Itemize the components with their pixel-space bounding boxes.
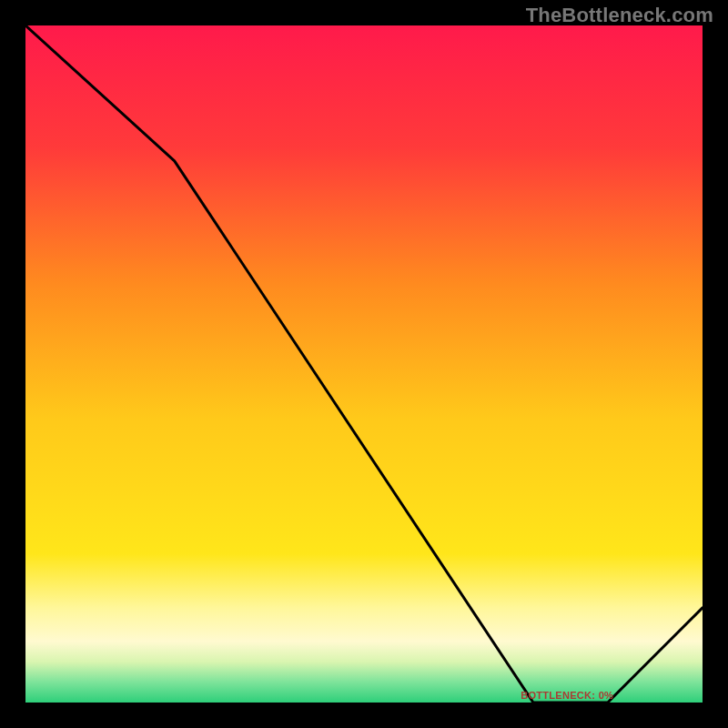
plot-area: BOTTLENECK: 0%: [25, 25, 703, 703]
bottleneck-value-label: BOTTLENECK: 0%: [521, 690, 613, 701]
watermark-text: TheBottleneck.com: [526, 4, 713, 27]
chart-root: TheBottleneck.com: [0, 0, 728, 728]
plot-frame: BOTTLENECK: 0%: [25, 25, 703, 703]
heat-gradient: [25, 25, 703, 703]
svg-rect-0: [25, 25, 703, 703]
